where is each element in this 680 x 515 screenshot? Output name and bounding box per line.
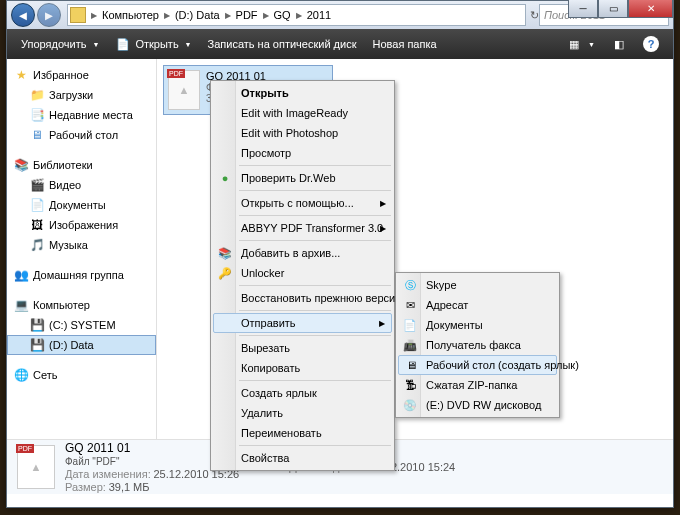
breadcrumb-item[interactable]: (D:) Data	[173, 9, 222, 21]
burn-button[interactable]: Записать на оптический диск	[200, 29, 365, 59]
chevron-down-icon: ▼	[588, 41, 595, 48]
menu-item[interactable]: Вырезать	[213, 338, 392, 358]
dvd-icon: 💿	[402, 397, 418, 413]
menu-item[interactable]: Открыть с помощью...▶	[213, 193, 392, 213]
new-folder-button[interactable]: Новая папка	[365, 29, 445, 59]
pdf-badge-icon: PDF	[16, 444, 34, 453]
menu-item[interactable]: ✉Адресат	[398, 295, 557, 315]
close-button[interactable]: ✕	[628, 0, 673, 18]
menu-item[interactable]: Просмотр	[213, 143, 392, 163]
sidebar-network[interactable]: 🌐Сеть	[7, 365, 156, 385]
menu-item[interactable]: Edit with Photoshop	[213, 123, 392, 143]
star-icon: ★	[13, 67, 29, 83]
menu-item[interactable]: Создать ярлык	[213, 383, 392, 403]
picture-icon: 🖼	[29, 217, 45, 233]
breadcrumb-item[interactable]: 2011	[305, 9, 333, 21]
books-icon: 📚	[217, 245, 233, 261]
chevron-right-icon[interactable]: ▶	[260, 11, 272, 20]
pdf-thumbnail: PDF ▲	[17, 445, 55, 489]
sidebar-favorites[interactable]: ★Избранное	[7, 65, 156, 85]
menu-item[interactable]: 📚Добавить в архив...	[213, 243, 392, 263]
pdf-badge-icon: PDF	[167, 69, 185, 78]
menu-item[interactable]: Копировать	[213, 358, 392, 378]
preview-pane-button[interactable]: ◧	[603, 29, 635, 59]
chevron-right-icon[interactable]: ▶	[161, 11, 173, 20]
sidebar-item-music[interactable]: 🎵Музыка	[7, 235, 156, 255]
recent-icon: 📑	[29, 107, 45, 123]
menu-item[interactable]: ABBYY PDF Transformer 3.0▶	[213, 218, 392, 238]
menu-item[interactable]: 📄Документы	[398, 315, 557, 335]
breadcrumb-item[interactable]: PDF	[234, 9, 260, 21]
chevron-right-icon: ▶	[380, 224, 386, 233]
sidebar-item-documents[interactable]: 📄Документы	[7, 195, 156, 215]
details-size: 39,1 МБ	[109, 481, 150, 493]
video-icon: 🎬	[29, 177, 45, 193]
menu-item[interactable]: Открыть	[213, 83, 392, 103]
drive-icon: 💾	[29, 317, 45, 333]
forward-button[interactable]: ►	[37, 3, 61, 27]
sidebar-libraries[interactable]: 📚Библиотеки	[7, 155, 156, 175]
desktop-icon: 🖥	[29, 127, 45, 143]
maximize-button[interactable]: ▭	[598, 0, 628, 18]
menu-item[interactable]: ●Проверить Dr.Web	[213, 168, 392, 188]
breadcrumb-item[interactable]: Компьютер	[100, 9, 161, 21]
sidebar-item-downloads[interactable]: 📁Загрузки	[7, 85, 156, 105]
doc-icon: 📄	[402, 317, 418, 333]
sidebar-homegroup[interactable]: 👥Домашняя группа	[7, 265, 156, 285]
menu-item[interactable]: 🖥Рабочий стол (создать ярлык)	[398, 355, 557, 375]
mail-icon: ✉	[402, 297, 418, 313]
sidebar-item-recent[interactable]: 📑Недавние места	[7, 105, 156, 125]
organize-button[interactable]: Упорядочить▼	[13, 29, 107, 59]
sidebar-item-drive-c[interactable]: 💾(C:) SYSTEM	[7, 315, 156, 335]
fax-icon: 📠	[402, 337, 418, 353]
chevron-right-icon[interactable]: ▶	[293, 11, 305, 20]
pdf-thumbnail: PDF ▲	[168, 70, 200, 110]
menu-item[interactable]: Восстановить прежнюю версию	[213, 288, 392, 308]
refresh-button[interactable]: ↻	[530, 9, 539, 22]
menu-item[interactable]: 🔑Unlocker	[213, 263, 392, 283]
menu-item[interactable]: 📠Получатель факса	[398, 335, 557, 355]
library-icon: 📚	[13, 157, 29, 173]
document-icon: 📄	[29, 197, 45, 213]
help-button[interactable]: ?	[635, 29, 667, 59]
sidebar-item-videos[interactable]: 🎬Видео	[7, 175, 156, 195]
drive-icon: 💾	[29, 337, 45, 353]
folder-icon: 📁	[29, 87, 45, 103]
sidebar-item-desktop[interactable]: 🖥Рабочий стол	[7, 125, 156, 145]
chevron-down-icon: ▼	[185, 41, 192, 48]
menu-item[interactable]: Edit with ImageReady	[213, 103, 392, 123]
folder-icon	[70, 7, 86, 23]
send-to-submenu: ⓈSkype✉Адресат📄Документы📠Получатель факс…	[395, 272, 560, 418]
back-button[interactable]: ◄	[11, 3, 35, 27]
menu-item[interactable]: ⓈSkype	[398, 275, 557, 295]
music-icon: 🎵	[29, 237, 45, 253]
breadcrumb[interactable]: ▶ Компьютер ▶ (D:) Data ▶ PDF ▶ GQ ▶ 201…	[67, 4, 526, 26]
green-icon: ●	[217, 170, 233, 186]
sidebar-computer[interactable]: 💻Компьютер	[7, 295, 156, 315]
desktop-icon: 🖥	[403, 357, 419, 373]
menu-item[interactable]: 🗜Сжатая ZIP-папка	[398, 375, 557, 395]
breadcrumb-item[interactable]: GQ	[272, 9, 293, 21]
chevron-down-icon: ▼	[92, 41, 99, 48]
pdf-icon: 📄	[115, 36, 131, 52]
view-button[interactable]: ▦▼	[558, 29, 603, 59]
sidebar-item-drive-d[interactable]: 💾(D:) Data	[7, 335, 156, 355]
menu-item[interactable]: Свойства	[213, 448, 392, 468]
chevron-right-icon[interactable]: ▶	[88, 11, 100, 20]
network-icon: 🌐	[13, 367, 29, 383]
open-button[interactable]: 📄 Открыть▼	[107, 29, 199, 59]
menu-item[interactable]: Отправить▶	[213, 313, 392, 333]
wand-icon: 🔑	[217, 265, 233, 281]
menu-item[interactable]: Переименовать	[213, 423, 392, 443]
computer-icon: 💻	[13, 297, 29, 313]
view-icon: ▦	[566, 36, 582, 52]
skype-icon: Ⓢ	[402, 277, 418, 293]
menu-item[interactable]: Удалить	[213, 403, 392, 423]
chevron-right-icon[interactable]: ▶	[222, 11, 234, 20]
context-menu: ОткрытьEdit with ImageReadyEdit with Pho…	[210, 80, 395, 471]
help-icon: ?	[643, 36, 659, 52]
menu-item[interactable]: 💿(E:) DVD RW дисковод	[398, 395, 557, 415]
minimize-button[interactable]: ─	[568, 0, 598, 18]
sidebar-item-pictures[interactable]: 🖼Изображения	[7, 215, 156, 235]
chevron-right-icon: ▶	[379, 319, 385, 328]
